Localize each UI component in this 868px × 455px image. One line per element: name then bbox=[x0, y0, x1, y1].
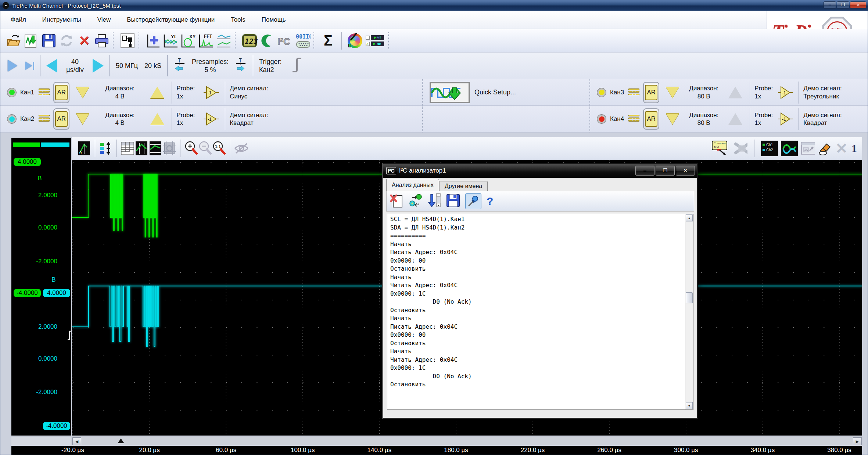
legend-icon[interactable]: Ch1Ch2 bbox=[761, 140, 778, 156]
yt-graph-icon[interactable]: Yt bbox=[163, 32, 179, 49]
wave-colors-icon[interactable] bbox=[781, 140, 798, 156]
timebase-slower-button[interactable] bbox=[46, 59, 57, 73]
quick-toggles-icon[interactable]: ▶A‖ ✓▶◀▶ bbox=[365, 32, 385, 49]
minimize-button[interactable]: – bbox=[824, 1, 836, 8]
tab-other-names[interactable]: Другие имена bbox=[439, 181, 488, 191]
recordlength-value[interactable]: 20 kS bbox=[144, 62, 161, 70]
oneshot-button[interactable] bbox=[25, 62, 34, 70]
channel4-name[interactable]: Кан4 bbox=[610, 115, 624, 123]
horizontal-cursors-icon[interactable] bbox=[148, 140, 162, 156]
fft-graph-icon[interactable]: FFT bbox=[198, 32, 214, 49]
channel3-range-down-button[interactable] bbox=[666, 87, 679, 98]
save-results-icon[interactable] bbox=[446, 194, 460, 209]
color-settings-icon[interactable] bbox=[347, 32, 363, 49]
menu-item[interactable]: View bbox=[97, 16, 111, 24]
dialog-scrollbar[interactable]: ▲ ▼ bbox=[685, 214, 693, 409]
channel4-signal[interactable]: Демо сигнал: Квадрат bbox=[803, 111, 842, 127]
dialog-scroll-thumb[interactable] bbox=[686, 292, 693, 303]
channel1-coupling-icon[interactable] bbox=[39, 89, 50, 97]
axis2-max-label[interactable]: 4.0000 bbox=[43, 289, 70, 297]
channel3-autorange-button[interactable]: AR bbox=[645, 85, 657, 100]
dialog-scroll-up-button[interactable]: ▲ bbox=[686, 214, 693, 221]
channel2-indicator-bar[interactable] bbox=[41, 142, 69, 147]
crescent-c-icon[interactable] bbox=[259, 32, 275, 49]
vertical-cursors-icon[interactable] bbox=[134, 140, 148, 156]
scroll-right-button[interactable]: ▶ bbox=[853, 437, 862, 445]
clear-results-icon[interactable] bbox=[390, 193, 403, 209]
open-file-icon[interactable] bbox=[6, 32, 22, 49]
samplerate-value[interactable]: 50 МГц bbox=[116, 62, 138, 70]
trigger-level-icon[interactable] bbox=[67, 329, 72, 343]
menu-item[interactable]: Tools bbox=[231, 16, 245, 24]
print-icon[interactable] bbox=[94, 32, 110, 49]
channel3-led[interactable] bbox=[597, 88, 606, 97]
reanalyze-icon[interactable] bbox=[409, 193, 423, 209]
graph-settings-icon[interactable]: 0 bbox=[77, 140, 91, 156]
channel4-autorange-button[interactable]: AR bbox=[645, 111, 657, 127]
data-table-icon[interactable] bbox=[121, 140, 134, 156]
presamples-increase-icon[interactable]: T bbox=[234, 57, 247, 75]
channel1-signal[interactable]: Демо сигнал: Синус bbox=[230, 84, 268, 100]
channel2-name[interactable]: Кан2 bbox=[20, 115, 34, 123]
channel1-led[interactable] bbox=[7, 88, 17, 97]
dialog-close-button[interactable]: ✕ bbox=[676, 166, 695, 176]
sum-icon[interactable]: Σ bbox=[320, 32, 336, 49]
menu-item[interactable]: Помощь bbox=[262, 16, 286, 24]
channel2-autorange-button[interactable]: AR bbox=[55, 111, 68, 127]
dialog-title-bar[interactable]: I²C I²C анализатор1 – ❐ ✕ bbox=[383, 164, 697, 178]
quick-setup-button[interactable]: Quick Setup... bbox=[474, 89, 516, 96]
maximize-button[interactable]: ❐ bbox=[837, 1, 849, 8]
trigger-slope-icon[interactable] bbox=[291, 56, 303, 76]
channel2-signal[interactable]: Демо сигнал: Квадрат bbox=[230, 111, 268, 127]
channel4-coupling-icon[interactable] bbox=[628, 115, 639, 123]
comment-tool-icon[interactable]: CommentText bbox=[711, 140, 731, 156]
zoom-reset-icon[interactable]: 1:1 bbox=[212, 140, 226, 156]
import-data-icon[interactable] bbox=[23, 32, 39, 49]
eraser-icon[interactable] bbox=[818, 140, 832, 156]
delete-icon[interactable]: ✕ bbox=[76, 32, 92, 49]
add-graph-icon[interactable] bbox=[145, 32, 161, 49]
tab-data-analysis[interactable]: Анализ данных bbox=[386, 179, 439, 191]
serial-analyzer-icon[interactable]: 00II0 bbox=[294, 32, 311, 49]
dialog-scroll-down-button[interactable]: ▼ bbox=[686, 402, 693, 409]
channel2-led[interactable] bbox=[7, 114, 17, 124]
channel1-name[interactable]: Кан1 bbox=[20, 89, 34, 96]
meter-icon[interactable]: 123 bbox=[241, 32, 258, 49]
channel2-probe-icon[interactable]: -1 bbox=[202, 111, 220, 127]
channel3-name[interactable]: Кан3 bbox=[610, 89, 624, 96]
save-icon[interactable] bbox=[41, 32, 57, 49]
channel-list-icon[interactable] bbox=[99, 140, 113, 156]
object-tree-icon[interactable] bbox=[119, 32, 136, 49]
menu-item[interactable]: Быстродействующие функции bbox=[127, 16, 215, 24]
axis2-min-label[interactable]: -4.0000 bbox=[43, 422, 70, 430]
multi-graph-icon[interactable] bbox=[216, 32, 232, 49]
quick-setup-icon[interactable] bbox=[430, 82, 470, 103]
analysis-output[interactable]: SCL = ДЛ HS4D(1).Кан1SDA = ДЛ HS4D(1).Ка… bbox=[387, 214, 693, 410]
trigger-display[interactable]: Trigger: Кан2 bbox=[259, 58, 288, 74]
channel2-coupling-icon[interactable] bbox=[39, 115, 50, 123]
menu-item[interactable]: Инструменты bbox=[42, 16, 81, 24]
xy-graph-icon[interactable]: XY bbox=[180, 32, 197, 49]
pin-window-button[interactable] bbox=[465, 193, 481, 209]
horizontal-scrollbar[interactable]: ◀ ▶ bbox=[72, 437, 862, 445]
timebase-faster-button[interactable] bbox=[93, 59, 104, 73]
channel1-autorange-button[interactable]: AR bbox=[55, 85, 68, 100]
autoscroll-icon[interactable] bbox=[428, 193, 441, 210]
channel2-range-up-button[interactable] bbox=[150, 113, 164, 125]
dialog-minimize-button[interactable]: – bbox=[635, 166, 654, 176]
channel3-signal[interactable]: Демо сигнал: Треугольник bbox=[803, 84, 842, 100]
channel4-range-down-button[interactable] bbox=[666, 113, 679, 124]
close-button[interactable]: ✕ bbox=[850, 1, 866, 8]
channel1-probe-icon[interactable]: -1 bbox=[202, 84, 220, 101]
menu-item[interactable]: Файл bbox=[11, 16, 26, 24]
trigger-position-marker[interactable] bbox=[118, 438, 124, 443]
channel1-range-up-button[interactable] bbox=[150, 87, 164, 98]
presamples-decrease-icon[interactable]: T bbox=[173, 57, 186, 75]
channel3-probe-icon[interactable]: -1 bbox=[777, 84, 794, 101]
start-button[interactable] bbox=[8, 60, 17, 72]
channel2-range-down-button[interactable] bbox=[76, 113, 89, 124]
help-icon[interactable]: ? bbox=[487, 195, 493, 207]
channel1-range-down-button[interactable] bbox=[76, 87, 89, 98]
axis1-max-label[interactable]: 4.0000 bbox=[14, 158, 41, 166]
scroll-left-button[interactable]: ◀ bbox=[72, 437, 81, 445]
